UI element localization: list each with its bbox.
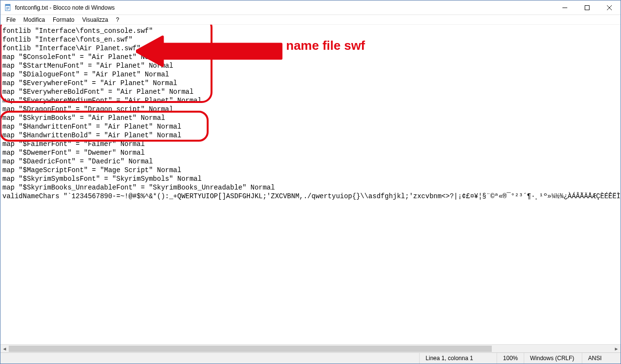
menu-help[interactable]: ? [112, 16, 123, 24]
scroll-track[interactable] [9, 345, 612, 352]
notepad-icon [4, 4, 12, 12]
menu-format[interactable]: Formato [49, 16, 78, 24]
status-encoding: ANSI [582, 353, 621, 364]
scroll-left-arrow[interactable]: ◄ [0, 345, 9, 353]
window-controls [554, 0, 621, 15]
menu-edit[interactable]: Modifica [19, 16, 49, 24]
svg-rect-1 [5, 4, 10, 6]
scroll-right-arrow[interactable]: ► [612, 345, 621, 353]
status-zoom: 100% [497, 353, 524, 364]
svg-rect-6 [585, 5, 590, 10]
close-button[interactable] [598, 0, 621, 15]
scroll-thumb[interactable] [9, 346, 492, 352]
window-title: fontconfig.txt - Blocco note di Windows [15, 4, 554, 11]
titlebar[interactable]: fontconfig.txt - Blocco note di Windows [0, 0, 621, 15]
maximize-button[interactable] [576, 0, 598, 15]
text-content[interactable]: fontlib "Interface\fonts_console.swf" fo… [2, 25, 621, 201]
statusbar: Linea 1, colonna 1 100% Windows (CRLF) A… [0, 352, 621, 364]
menu-view[interactable]: Visualizza [78, 16, 112, 24]
horizontal-scrollbar[interactable]: ◄ ► [0, 344, 621, 352]
text-area[interactable]: fontlib "Interface\fonts_console.swf" fo… [0, 25, 621, 352]
status-lineending: Windows (CRLF) [524, 353, 582, 364]
minimize-button[interactable] [554, 0, 576, 15]
status-position: Linea 1, colonna 1 [419, 353, 497, 364]
menu-file[interactable]: File [2, 16, 19, 24]
notepad-window: fontconfig.txt - Blocco note di Windows … [0, 0, 621, 364]
menubar: File Modifica Formato Visualizza ? [0, 15, 621, 25]
